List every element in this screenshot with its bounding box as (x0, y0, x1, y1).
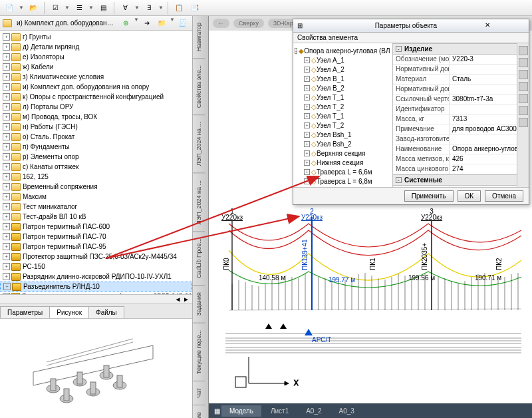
prop-row[interactable]: Нормативный документ (393, 65, 517, 75)
tb-open-icon[interactable]: 📂 (27, 1, 40, 15)
element-tree-item[interactable]: +◇ Узел T_2 (295, 120, 391, 130)
tb-sym-icon[interactable]: ∀ (118, 1, 132, 15)
prop-value[interactable]: 274 (450, 164, 517, 174)
expand-icon[interactable]: + (3, 163, 10, 170)
tb-list-icon[interactable]: ☰ (72, 1, 86, 15)
tb-doc-icon[interactable]: 📋 (172, 1, 186, 15)
expand-icon[interactable]: + (3, 63, 10, 71)
prop-row[interactable]: НаименованиеОпора анкерно-угловая (ВЛ 22… (393, 144, 517, 154)
expand-icon[interactable]: + (3, 133, 10, 140)
tree-item[interactable]: +с) Канаты оттяжек (0, 162, 192, 172)
element-tree-item[interactable]: +◇ Траверса L = 6,8м (295, 176, 391, 186)
expand-icon[interactable]: + (3, 243, 10, 250)
expand-icon[interactable]: + (3, 183, 10, 190)
element-tree-item[interactable]: +◇ Нижняя секция (295, 158, 391, 167)
tree-item[interactable]: +Разрядник длинно-искровой РДИПО-10-IV-У… (0, 272, 192, 282)
tree-item[interactable]: +з) Климатические условия (0, 72, 192, 82)
tree-item[interactable]: +Протектор защитный ПЗС-25,6-03/АСк2у-М4… (0, 252, 192, 262)
vtab[interactable]: Навигатор (193, 16, 205, 59)
side-btn-3[interactable] (519, 70, 528, 79)
prop-value[interactable]: 426 (450, 154, 517, 164)
prop-value[interactable] (450, 65, 517, 74)
prop-value[interactable]: Опора анкерно-угловая (ВЛ 220 кВ) (450, 144, 517, 154)
tb-copy-icon[interactable]: 📑 (188, 1, 201, 15)
ok-button[interactable]: ОК (458, 190, 481, 202)
side-btn-7[interactable] (519, 118, 528, 127)
prop-row[interactable]: Примечаниедля проводов АС300/39-АС400/51 (393, 124, 517, 134)
hscroll[interactable]: ◄ ► (0, 294, 192, 304)
tree-item[interactable]: +е) Изоляторы (0, 52, 192, 62)
expand-icon[interactable]: + (3, 233, 10, 240)
expand-icon[interactable]: + (3, 283, 11, 290)
expand-icon[interactable]: + (3, 123, 10, 130)
element-tree-item[interactable]: +◇ Верхняя секция (295, 148, 391, 158)
tree-item[interactable]: +Патрон термитный ПАС-95 (0, 242, 192, 252)
tree-item[interactable]: +Временный сопряжения (0, 182, 192, 192)
expand-icon[interactable]: + (3, 33, 10, 41)
prop-row[interactable]: Обозначение (модель)У220-3 (393, 55, 517, 65)
expand-icon[interactable]: + (3, 53, 10, 61)
prop-icon[interactable]: 🧾 (176, 17, 190, 30)
prop-row[interactable]: Масса, кг7313 (393, 114, 517, 124)
prop-value[interactable] (450, 104, 517, 114)
vtab[interactable]: Свойства эле... (193, 59, 205, 115)
tree-item[interactable]: +к) Опоры с пространственной конфигураци… (0, 92, 192, 102)
property-grid[interactable]: -ИзделиеОбозначение (модель)У220-3Нормат… (393, 43, 517, 187)
tree-item[interactable]: +Максим (0, 192, 192, 202)
vtab[interactable]: CadLib Прое... (193, 232, 205, 286)
tb-check-icon[interactable]: ☑ (49, 1, 62, 15)
tree-item[interactable]: +н) Работы (ГЭСН) (0, 122, 192, 132)
dtab-model[interactable]: Модель (221, 405, 261, 417)
tree-item[interactable]: +о) Сталь. Прокат (0, 132, 192, 142)
prop-value[interactable]: для проводов АС300/39-АС400/51 (450, 124, 517, 134)
element-tree-item[interactable]: +◇ Узел Т_2 (295, 102, 391, 111)
tree-item[interactable]: +162, 125 (0, 172, 192, 182)
vtab[interactable]: ЛЭП_2024 на ... (193, 174, 205, 232)
element-tree-item[interactable]: +◇ Траверса L = 6,6м (295, 167, 391, 176)
tree-item[interactable]: +Разъединитель РЛНД-10 (0, 282, 192, 292)
dtab-a02[interactable]: А0_2 (298, 405, 329, 417)
tree-item[interactable]: +Тест-драйв ВЛ 10 кВ (0, 212, 192, 222)
prop-row[interactable]: Идентификатор (393, 104, 517, 114)
folder-open-icon[interactable]: 📁 (155, 17, 168, 30)
tree-item[interactable]: +д) Детали гирлянд (0, 42, 192, 52)
tb-file-icon[interactable]: 📄 (3, 1, 16, 15)
side-btn-4[interactable] (519, 82, 528, 91)
arrow-icon[interactable]: ➜ (140, 17, 154, 30)
expand-icon[interactable]: + (3, 143, 10, 150)
pill-top[interactable]: Сверху (233, 19, 264, 28)
catalog-tree[interactable]: +г) Грунты+д) Детали гирлянд+е) Изолятор… (0, 31, 192, 294)
tree-item[interactable]: +г) Грунты (0, 32, 192, 42)
prop-value[interactable] (450, 134, 517, 144)
prop-value[interactable]: У220-3 (450, 55, 517, 64)
expand-icon[interactable]: + (3, 43, 10, 51)
side-btn-6[interactable] (519, 106, 528, 115)
element-tree-item[interactable]: +◇ Узел А_1 (295, 55, 391, 65)
prop-value[interactable]: Сталь (450, 75, 517, 84)
expand-icon[interactable]: + (3, 263, 10, 270)
element-tree[interactable]: -◆ Опора анкерно-угловая (ВЛ 220 кВ) У22… (293, 43, 393, 187)
expand-icon[interactable]: + (3, 113, 10, 120)
dtab-a03[interactable]: А0_3 (331, 405, 362, 417)
tree-item[interactable]: +л) Порталы ОРУ (0, 102, 192, 112)
expand-icon[interactable]: + (3, 273, 10, 280)
add-green-icon[interactable]: ⊕ (119, 17, 132, 30)
tab-image[interactable]: Рисунок (49, 306, 89, 318)
prop-row[interactable]: МатериалСталь (393, 75, 517, 85)
vtab[interactable]: Трассирование (193, 405, 205, 418)
vtab[interactable]: Текущие пере... (193, 323, 205, 381)
expand-icon[interactable]: + (3, 193, 10, 200)
element-tree-item[interactable]: +◇ Узел T_1 (295, 111, 391, 120)
dtab-sheet1[interactable]: Лист1 (263, 405, 297, 417)
expand-icon[interactable]: + (3, 203, 10, 210)
tree-item[interactable]: +п) Фундаменты (0, 142, 192, 152)
prop-group-header[interactable]: -Изделие (393, 43, 517, 55)
tree-item[interactable]: +Патрон термитный ПАС-70 (0, 232, 192, 242)
prop-row[interactable]: Масса метизов, кг426 (393, 154, 517, 164)
side-btn-2[interactable] (519, 58, 528, 67)
tree-item[interactable]: +м) Провода, тросы, ВОК (0, 112, 192, 122)
element-tree-item[interactable]: +◇ Узел Bsh_1 (295, 130, 391, 139)
element-tree-item[interactable]: +◇ Узел Т_1 (295, 93, 391, 102)
expand-icon[interactable]: + (3, 103, 10, 110)
element-tree-item[interactable]: +◇ Узел В_1 (295, 74, 391, 83)
